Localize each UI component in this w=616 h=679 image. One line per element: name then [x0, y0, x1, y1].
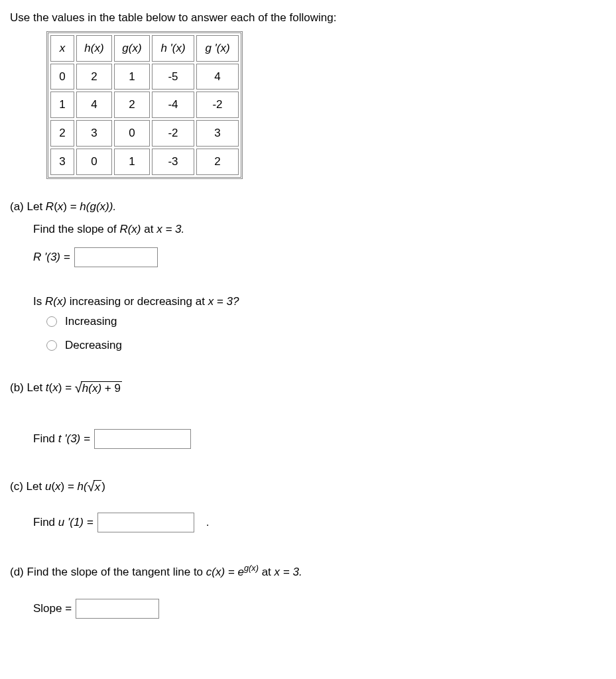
b-answer-row: Find t '(3) =	[33, 429, 606, 449]
radio-increasing-row[interactable]: Increasing	[46, 314, 606, 330]
col-gx: g(x)	[114, 35, 150, 62]
part-d: (d) Find the slope of the tangent line t…	[10, 562, 606, 618]
cell: -5	[152, 64, 194, 90]
a-answer-label: R '(3) =	[33, 249, 70, 265]
a-rx: R(x)	[119, 223, 141, 235]
d-exponent: g(x)	[244, 563, 259, 573]
table-header-row: x h(x) g(x) h '(x) g '(x)	[50, 35, 239, 62]
cell: 2	[114, 92, 150, 118]
a-prompt: Find the slope of	[33, 223, 119, 235]
d-answer-row: Slope =	[33, 599, 606, 619]
a-inc-point: x = 3?	[208, 295, 239, 308]
c-outer-open: h(	[78, 480, 88, 493]
a-var: R	[46, 200, 54, 213]
col-x: x	[50, 35, 74, 62]
col-hpx: h '(x)	[152, 35, 194, 62]
cell: 0	[50, 64, 74, 90]
a-incdec-prompt: Is R(x) increasing or decreasing at x = …	[33, 294, 606, 310]
a-definition: (a) Let R(x) = h(g(x)).	[10, 199, 606, 215]
cell: 4	[196, 64, 239, 90]
values-table: x h(x) g(x) h '(x) g '(x) 0 2 1 -5 4 1 4…	[46, 31, 243, 179]
values-table-wrap: x h(x) g(x) h '(x) g '(x) 0 2 1 -5 4 1 4…	[46, 31, 606, 179]
b-find: Find t '(3) =	[33, 431, 90, 447]
table-row: 1 4 2 -4 -2	[50, 92, 239, 118]
a-inc-rx: R(x)	[45, 295, 66, 308]
cell: 0	[114, 120, 150, 147]
cell: -2	[196, 92, 239, 118]
a-of-x: (x) =	[54, 200, 80, 213]
table-row: 3 0 1 -3 2	[50, 149, 239, 175]
c-label: (c) Let	[10, 480, 45, 493]
cell: 3	[196, 120, 239, 147]
d-answer-input[interactable]	[76, 599, 159, 619]
col-hx: h(x)	[76, 35, 112, 62]
a-answer-input[interactable]	[74, 247, 158, 267]
b-answer-input[interactable]	[94, 429, 191, 449]
cell: 1	[50, 92, 74, 118]
d-answer-label: Slope =	[33, 601, 72, 617]
sqrt-icon: √ h(x) + 9	[75, 381, 122, 395]
b-of-x: (x) =	[49, 381, 75, 394]
radio-increasing-label: Increasing	[65, 314, 117, 330]
cell: 1	[114, 64, 150, 90]
cell: 4	[76, 92, 112, 118]
a-find-slope: Find the slope of R(x) at x = 3.	[33, 221, 606, 237]
part-a: (a) Let R(x) = h(g(x)). Find the slope o…	[10, 199, 606, 353]
c-find: Find u '(1) =	[33, 515, 93, 530]
c-definition: (c) Let u(x) = h(√x)	[10, 479, 606, 495]
cell: 2	[76, 64, 112, 90]
radio-decreasing[interactable]	[46, 340, 57, 351]
radio-decreasing-label: Decreasing	[65, 338, 122, 353]
d-at: at	[259, 566, 275, 578]
b-sqrt-hx: h(x)	[82, 382, 101, 395]
part-b: (b) Let t(x) = √ h(x) + 9 Find t '(3) =	[10, 380, 606, 449]
a-point: x = 3.	[156, 223, 184, 235]
cell: 3	[50, 149, 74, 175]
a-answer-row: R '(3) =	[33, 247, 606, 267]
cell: 2	[196, 149, 239, 175]
a-label: (a) Let	[10, 200, 46, 213]
radio-decreasing-row[interactable]: Decreasing	[46, 338, 606, 353]
cell: 0	[76, 149, 112, 175]
cell: 1	[114, 149, 150, 175]
d-label: (d) Find the slope of the tangent line t…	[10, 566, 206, 578]
c-answer-input[interactable]	[97, 513, 194, 532]
b-label: (b) Let	[10, 381, 46, 394]
col-gpx: g '(x)	[196, 35, 239, 62]
a-rhs: h(g(x)).	[80, 200, 116, 213]
cell: -3	[152, 149, 194, 175]
d-cx: c(x) = e	[206, 566, 244, 578]
table-row: 2 3 0 -2 3	[50, 120, 239, 147]
d-prompt: (d) Find the slope of the tangent line t…	[10, 562, 606, 580]
c-answer-row: Find u '(1) = .	[33, 513, 606, 532]
c-trailing-period: .	[206, 515, 210, 530]
c-of-x: (x) =	[51, 480, 77, 493]
d-point: x = 3.	[275, 566, 302, 578]
b-definition: (b) Let t(x) = √ h(x) + 9	[10, 380, 606, 396]
sqrt-icon: √x	[88, 480, 101, 494]
cell: -2	[152, 120, 194, 147]
cell: -4	[152, 92, 194, 118]
intro-text: Use the values in the table below to ans…	[10, 10, 606, 26]
c-outer-close: )	[101, 480, 105, 493]
a-inc-post: increasing or decreasing at	[66, 295, 208, 308]
cell: 2	[50, 120, 74, 147]
cell: 3	[76, 120, 112, 147]
radio-increasing[interactable]	[46, 316, 57, 327]
part-c: (c) Let u(x) = h(√x) Find u '(1) = .	[10, 479, 606, 533]
table-row: 0 2 1 -5 4	[50, 64, 239, 90]
b-sqrt-plus9: + 9	[101, 382, 121, 395]
a-at: at	[141, 223, 157, 235]
c-var: u	[45, 480, 51, 493]
a-inc-pre: Is	[33, 295, 45, 308]
